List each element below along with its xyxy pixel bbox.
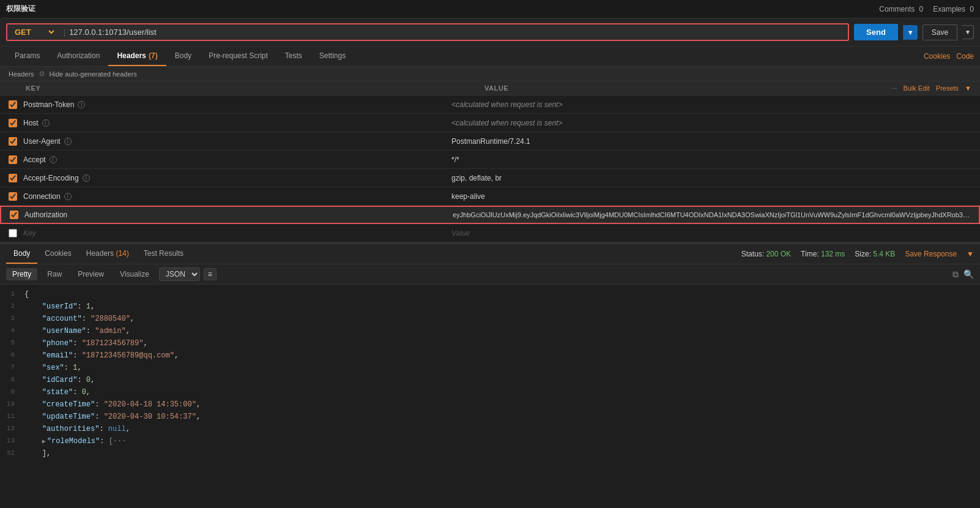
save-response-button[interactable]: Save Response	[905, 250, 957, 258]
tab-pre-request-script[interactable]: Pre-request Script	[200, 47, 277, 66]
title-bar: 权限验证 Comments 0 Examples 0	[0, 0, 980, 18]
method-select[interactable]: GET POST PUT DELETE	[12, 27, 56, 37]
response-tab-test-results[interactable]: Test Results	[136, 244, 191, 264]
code-line: 10 "createTime": "2020-04-18 14:35:00",	[0, 398, 980, 411]
info-icon: i	[50, 156, 57, 163]
row-value-accept-encoding: gzip, deflate, br	[451, 174, 971, 182]
code-line: 6 "email": "187123456789@qq.com",	[0, 349, 980, 362]
row-value-host: <calculated when request is sent>	[451, 119, 971, 127]
row-checkbox-host[interactable]	[9, 119, 17, 127]
save-dropdown-button[interactable]: ▼	[962, 25, 974, 39]
row-checkbox-authorization[interactable]	[10, 211, 18, 219]
code-line: 33 ▶"permissionModels": [···	[0, 460, 980, 462]
fmt-tab-pretty[interactable]: Pretty	[6, 268, 37, 280]
code-line: 8 "idCard": 0,	[0, 374, 980, 386]
table-actions: ··· Bulk Edit Presets ▼	[891, 84, 971, 92]
fmt-tab-preview[interactable]: Preview	[72, 268, 110, 280]
row-checkbox-accept[interactable]	[9, 155, 17, 164]
bulk-edit-btn[interactable]: Bulk Edit	[903, 84, 929, 92]
headers-label: Headers	[9, 70, 34, 78]
code-line: 5 "phone": "187123456789",	[0, 337, 980, 349]
tab-authorization[interactable]: Authorization	[48, 47, 108, 66]
row-checkbox-new[interactable]	[9, 229, 17, 237]
format-bar: Pretty Raw Preview Visualize JSON XML HT…	[0, 264, 980, 285]
tab-tests[interactable]: Tests	[277, 47, 311, 66]
request-tabs: Params Authorization Headers (7) Body Pr…	[0, 47, 980, 67]
col-key-header: KEY	[26, 84, 484, 92]
wrap-icon[interactable]: ≡	[204, 268, 217, 280]
table-row: Accept-Encoding i gzip, deflate, br	[0, 169, 980, 187]
code-line: 3 "account": "2880540",	[0, 313, 980, 325]
response-area: Body Cookies Headers (14) Test Results S…	[0, 242, 980, 462]
table-row: Accept i */*	[0, 151, 980, 169]
code-line: 7 "sex": 1,	[0, 362, 980, 374]
col-value-header: VALUE	[484, 84, 891, 92]
tab-body[interactable]: Body	[166, 47, 200, 66]
code-line: 2 "userId": 1,	[0, 301, 980, 313]
save-button[interactable]: Save	[922, 24, 957, 40]
code-line: 32 ],	[0, 447, 980, 460]
row-value-connection: keep-alive	[451, 192, 971, 201]
code-line: 13 ▶"roleModels": [···	[0, 435, 980, 447]
code-link[interactable]: Code	[956, 52, 974, 61]
info-icon: i	[83, 174, 90, 182]
size-label: Size: 5.4 KB	[855, 250, 895, 258]
headers-subbar: Headers ⊙ Hide auto-generated headers	[0, 67, 980, 81]
row-checkbox-accept-encoding[interactable]	[9, 174, 17, 182]
code-line: 9 "state": 0,	[0, 386, 980, 398]
table-row: Connection i keep-alive	[0, 187, 980, 206]
row-checkbox-user-agent[interactable]	[9, 137, 17, 146]
info-icon: i	[64, 193, 72, 200]
url-separator: |	[64, 28, 65, 37]
tab-settings[interactable]: Settings	[311, 47, 354, 66]
presets-btn[interactable]: Presets	[936, 84, 959, 92]
title-text: 权限验证	[6, 4, 35, 14]
code-view: 1 { 2 "userId": 1, 3 "account": "2880540…	[0, 285, 980, 462]
table-row: Host i <calculated when request is sent>	[0, 114, 980, 132]
row-value-user-agent: PostmanRuntime/7.24.1	[451, 137, 971, 146]
response-tab-headers[interactable]: Headers (14)	[79, 244, 136, 264]
dots-menu[interactable]: ···	[891, 84, 897, 92]
row-value-postman-token: <calculated when request is sent>	[451, 100, 971, 109]
table-header: KEY VALUE ··· Bulk Edit Presets ▼	[0, 81, 980, 95]
code-line: 11 "updateTime": "2020-04-30 10:54:37",	[0, 411, 980, 423]
time-label: Time: 132 ms	[801, 250, 845, 258]
send-button[interactable]: Send	[854, 24, 898, 40]
table-row-placeholder: Key Value	[0, 224, 980, 242]
tab-headers[interactable]: Headers (7)	[108, 47, 166, 66]
format-select[interactable]: JSON XML HTML Text	[159, 267, 200, 281]
row-checkbox-postman-token[interactable]	[9, 100, 17, 109]
table-row: User-Agent i PostmanRuntime/7.24.1	[0, 132, 980, 151]
url-input-wrapper: GET POST PUT DELETE | 127.0.0.1:10713/us…	[6, 23, 849, 41]
row-checkbox-connection[interactable]	[9, 192, 17, 201]
save-response-dropdown[interactable]: ▼	[967, 250, 974, 258]
url-input[interactable]: 127.0.0.1:10713/user/list	[69, 28, 843, 37]
code-line: 12 "authorities": null,	[0, 423, 980, 435]
response-tabs: Body Cookies Headers (14) Test Results S…	[0, 244, 980, 264]
send-dropdown-button[interactable]: ▼	[903, 25, 918, 40]
status-label: Status: 200 OK	[741, 250, 791, 258]
table-row-authorization: Authorization eyJhbGciOiJlUzUxMij9.eyJqd…	[0, 206, 980, 224]
hide-autogenerated-icon: ⊙	[39, 70, 45, 78]
fmt-tab-visualize[interactable]: Visualize	[114, 268, 155, 280]
url-bar: GET POST PUT DELETE | 127.0.0.1:10713/us…	[0, 18, 980, 47]
authorization-key-label: Authorization	[24, 211, 67, 219]
response-tab-body[interactable]: Body	[6, 244, 37, 264]
fmt-tab-raw[interactable]: Raw	[41, 268, 68, 280]
headers-table: Postman-Token i <calculated when request…	[0, 95, 980, 242]
table-row: Postman-Token i <calculated when request…	[0, 95, 980, 114]
copy-icon[interactable]: ⧉	[952, 269, 959, 280]
hide-autogenerated-label[interactable]: Hide auto-generated headers	[50, 70, 137, 78]
code-line: 1 {	[0, 288, 980, 301]
code-line: 4 "userName": "admin",	[0, 325, 980, 337]
comments-btn[interactable]: Comments 0	[879, 5, 923, 13]
info-icon: i	[42, 119, 50, 127]
search-icon[interactable]: 🔍	[963, 269, 974, 280]
info-icon: i	[64, 138, 72, 145]
tab-params[interactable]: Params	[6, 47, 48, 66]
cookies-link[interactable]: Cookies	[924, 52, 950, 61]
presets-dropdown-icon[interactable]: ▼	[965, 84, 971, 92]
examples-btn[interactable]: Examples 0	[933, 5, 974, 13]
response-tab-cookies[interactable]: Cookies	[37, 244, 78, 264]
info-icon: i	[78, 101, 85, 108]
